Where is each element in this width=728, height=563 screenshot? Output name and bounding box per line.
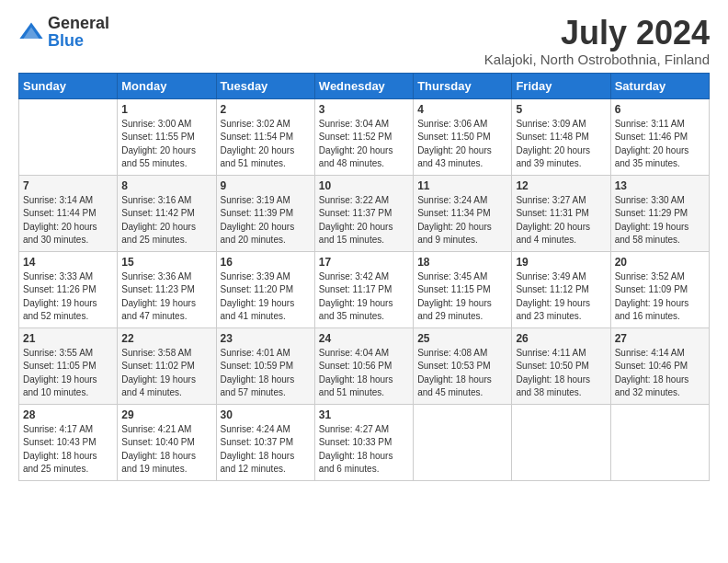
calendar-cell: 17Sunrise: 3:42 AM Sunset: 11:17 PM Dayl… <box>314 251 413 327</box>
calendar-cell: 10Sunrise: 3:22 AM Sunset: 11:37 PM Dayl… <box>314 175 413 251</box>
calendar-header: Sunday Monday Tuesday Wednesday Thursday… <box>19 73 710 98</box>
day-number: 9 <box>221 179 311 192</box>
day-info: Sunrise: 3:33 AM Sunset: 11:26 PM Daylig… <box>23 270 113 324</box>
logo-icon <box>18 19 44 45</box>
day-number: 27 <box>615 332 705 345</box>
day-info: Sunrise: 4:27 AM Sunset: 10:33 PM Daylig… <box>319 423 409 477</box>
day-info: Sunrise: 3:42 AM Sunset: 11:17 PM Daylig… <box>319 270 409 324</box>
calendar-cell: 28Sunrise: 4:17 AM Sunset: 10:43 PM Dayl… <box>19 404 118 480</box>
day-info: Sunrise: 3:55 AM Sunset: 11:05 PM Daylig… <box>23 347 113 400</box>
day-info: Sunrise: 3:52 AM Sunset: 11:09 PM Daylig… <box>615 270 705 324</box>
day-number: 4 <box>417 103 507 116</box>
day-info: Sunrise: 3:11 AM Sunset: 11:46 PM Daylig… <box>615 118 705 171</box>
calendar-page: General Blue July 2024 Kalajoki, North O… <box>0 0 728 563</box>
day-info: Sunrise: 4:01 AM Sunset: 10:59 PM Daylig… <box>221 347 311 400</box>
calendar-cell: 3Sunrise: 3:04 AM Sunset: 11:52 PM Dayli… <box>314 98 413 175</box>
day-info: Sunrise: 3:14 AM Sunset: 11:44 PM Daylig… <box>23 194 113 247</box>
calendar-cell: 22Sunrise: 3:58 AM Sunset: 11:02 PM Dayl… <box>118 327 216 404</box>
calendar-cell: 8Sunrise: 3:16 AM Sunset: 11:42 PM Dayli… <box>118 175 216 251</box>
calendar-cell: 29Sunrise: 4:21 AM Sunset: 10:40 PM Dayl… <box>118 404 216 480</box>
day-info: Sunrise: 3:19 AM Sunset: 11:39 PM Daylig… <box>221 194 311 247</box>
day-number: 17 <box>319 256 409 269</box>
day-number: 14 <box>23 256 113 269</box>
calendar-cell: 11Sunrise: 3:24 AM Sunset: 11:34 PM Dayl… <box>414 175 512 251</box>
calendar-cell: 26Sunrise: 4:11 AM Sunset: 10:50 PM Dayl… <box>512 327 610 404</box>
calendar-cell: 1Sunrise: 3:00 AM Sunset: 11:55 PM Dayli… <box>118 98 216 175</box>
calendar-week-5: 28Sunrise: 4:17 AM Sunset: 10:43 PM Dayl… <box>19 404 710 480</box>
header-monday: Monday <box>118 73 216 98</box>
day-number: 12 <box>516 179 606 192</box>
day-info: Sunrise: 3:45 AM Sunset: 11:15 PM Daylig… <box>417 270 507 324</box>
day-number: 15 <box>121 256 211 269</box>
day-number: 26 <box>516 332 606 345</box>
title-block: July 2024 Kalajoki, North Ostrobothnia, … <box>484 15 710 67</box>
logo-blue: Blue <box>48 31 84 50</box>
calendar-cell: 16Sunrise: 3:39 AM Sunset: 11:20 PM Dayl… <box>216 251 314 327</box>
day-info: Sunrise: 4:21 AM Sunset: 10:40 PM Daylig… <box>121 423 211 477</box>
day-info: Sunrise: 4:04 AM Sunset: 10:56 PM Daylig… <box>319 347 409 400</box>
day-info: Sunrise: 3:02 AM Sunset: 11:54 PM Daylig… <box>221 118 311 171</box>
header-friday: Friday <box>512 73 610 98</box>
day-info: Sunrise: 3:36 AM Sunset: 11:23 PM Daylig… <box>121 270 211 324</box>
day-number: 19 <box>516 256 606 269</box>
day-info: Sunrise: 4:24 AM Sunset: 10:37 PM Daylig… <box>221 423 311 477</box>
day-number: 13 <box>615 179 705 192</box>
day-number: 16 <box>221 256 311 269</box>
calendar-cell: 6Sunrise: 3:11 AM Sunset: 11:46 PM Dayli… <box>610 98 709 175</box>
day-info: Sunrise: 3:16 AM Sunset: 11:42 PM Daylig… <box>121 194 211 247</box>
calendar-cell: 12Sunrise: 3:27 AM Sunset: 11:31 PM Dayl… <box>512 175 610 251</box>
calendar-cell: 30Sunrise: 4:24 AM Sunset: 10:37 PM Dayl… <box>216 404 314 480</box>
day-number: 29 <box>121 408 211 421</box>
day-info: Sunrise: 3:39 AM Sunset: 11:20 PM Daylig… <box>221 270 311 324</box>
calendar-cell: 13Sunrise: 3:30 AM Sunset: 11:29 PM Dayl… <box>610 175 709 251</box>
day-info: Sunrise: 3:27 AM Sunset: 11:31 PM Daylig… <box>516 194 606 247</box>
day-number: 21 <box>23 332 113 345</box>
day-number: 2 <box>221 103 311 116</box>
calendar-cell <box>610 404 709 480</box>
calendar-cell: 27Sunrise: 4:14 AM Sunset: 10:46 PM Dayl… <box>610 327 709 404</box>
logo: General Blue <box>18 15 109 50</box>
calendar-cell: 18Sunrise: 3:45 AM Sunset: 11:15 PM Dayl… <box>414 251 512 327</box>
header-row-days: Sunday Monday Tuesday Wednesday Thursday… <box>19 73 710 98</box>
calendar-cell: 21Sunrise: 3:55 AM Sunset: 11:05 PM Dayl… <box>19 327 118 404</box>
day-info: Sunrise: 4:17 AM Sunset: 10:43 PM Daylig… <box>23 423 113 477</box>
day-info: Sunrise: 3:00 AM Sunset: 11:55 PM Daylig… <box>121 118 211 171</box>
calendar-cell: 25Sunrise: 4:08 AM Sunset: 10:53 PM Dayl… <box>414 327 512 404</box>
calendar-table: Sunday Monday Tuesday Wednesday Thursday… <box>18 73 710 481</box>
day-number: 30 <box>221 408 311 421</box>
calendar-cell: 31Sunrise: 4:27 AM Sunset: 10:33 PM Dayl… <box>314 404 413 480</box>
day-number: 24 <box>319 332 409 345</box>
calendar-cell: 23Sunrise: 4:01 AM Sunset: 10:59 PM Dayl… <box>216 327 314 404</box>
calendar-body: 1Sunrise: 3:00 AM Sunset: 11:55 PM Dayli… <box>19 98 710 480</box>
day-number: 3 <box>319 103 409 116</box>
day-info: Sunrise: 3:04 AM Sunset: 11:52 PM Daylig… <box>319 118 409 171</box>
calendar-week-1: 1Sunrise: 3:00 AM Sunset: 11:55 PM Dayli… <box>19 98 710 175</box>
header-tuesday: Tuesday <box>216 73 314 98</box>
day-number: 1 <box>121 103 211 116</box>
calendar-week-2: 7Sunrise: 3:14 AM Sunset: 11:44 PM Dayli… <box>19 175 710 251</box>
header-saturday: Saturday <box>610 73 709 98</box>
day-number: 28 <box>23 408 113 421</box>
calendar-title: July 2024 <box>484 15 710 52</box>
header-thursday: Thursday <box>414 73 512 98</box>
day-number: 8 <box>121 179 211 192</box>
day-number: 25 <box>417 332 507 345</box>
day-number: 18 <box>417 256 507 269</box>
day-number: 20 <box>615 256 705 269</box>
calendar-cell: 5Sunrise: 3:09 AM Sunset: 11:48 PM Dayli… <box>512 98 610 175</box>
day-info: Sunrise: 3:30 AM Sunset: 11:29 PM Daylig… <box>615 194 705 247</box>
logo-text: General Blue <box>48 15 109 50</box>
day-info: Sunrise: 3:49 AM Sunset: 11:12 PM Daylig… <box>516 270 606 324</box>
calendar-cell: 7Sunrise: 3:14 AM Sunset: 11:44 PM Dayli… <box>19 175 118 251</box>
calendar-subtitle: Kalajoki, North Ostrobothnia, Finland <box>484 52 710 67</box>
day-number: 10 <box>319 179 409 192</box>
calendar-cell <box>414 404 512 480</box>
day-number: 23 <box>221 332 311 345</box>
day-number: 6 <box>615 103 705 116</box>
calendar-cell: 2Sunrise: 3:02 AM Sunset: 11:54 PM Dayli… <box>216 98 314 175</box>
day-number: 11 <box>417 179 507 192</box>
day-info: Sunrise: 3:22 AM Sunset: 11:37 PM Daylig… <box>319 194 409 247</box>
calendar-cell: 9Sunrise: 3:19 AM Sunset: 11:39 PM Dayli… <box>216 175 314 251</box>
day-info: Sunrise: 4:08 AM Sunset: 10:53 PM Daylig… <box>417 347 507 400</box>
day-info: Sunrise: 3:09 AM Sunset: 11:48 PM Daylig… <box>516 118 606 171</box>
